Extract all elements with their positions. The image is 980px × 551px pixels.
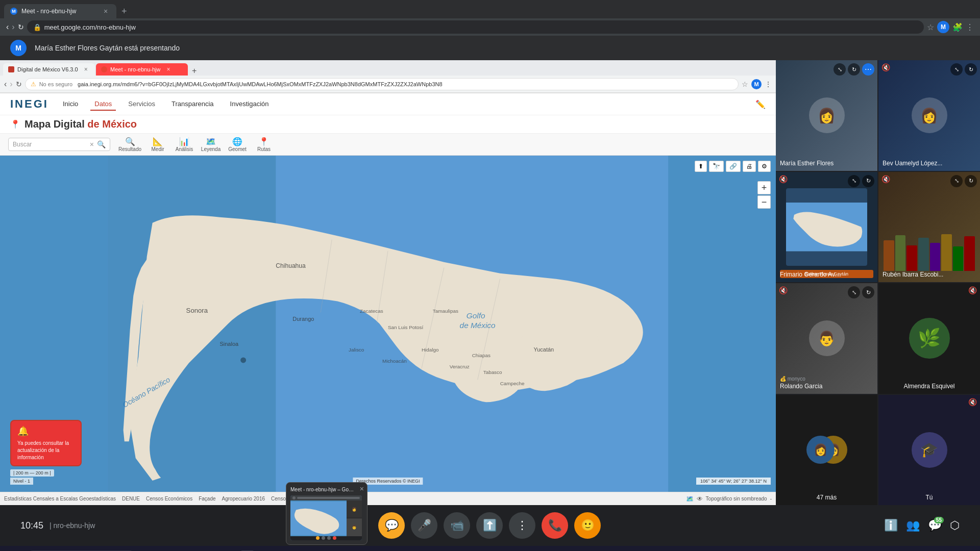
chat-btn[interactable]: 💬 — [378, 512, 405, 539]
map-toolbar: Buscar × 🔍 🔍 Resultado 📐 Medir 📊 — [0, 134, 776, 156]
svg-text:Sinaloa: Sinaloa — [220, 341, 239, 347]
map-tool-rutas[interactable]: 📍 Rutas — [254, 137, 274, 152]
tab-meet[interactable]: M Meet - nro-ebnu-hjw × — [4, 4, 116, 18]
map-icon-1[interactable]: ⬆ — [695, 161, 707, 172]
leyenda-icon: 🗺️ — [206, 137, 216, 146]
tile-expand-frimario[interactable]: ⤡ — [848, 175, 860, 187]
footer-item-2[interactable]: DENUE — [122, 496, 140, 502]
inner-back[interactable]: ‹ — [4, 80, 7, 89]
map-tool-resultado[interactable]: 🔍 Resultado — [118, 137, 141, 152]
info-btn[interactable]: ℹ️ — [884, 519, 898, 532]
tile-reload-maria[interactable]: ↻ — [848, 63, 860, 76]
nav-investigacion[interactable]: Investigación — [226, 98, 273, 111]
map-tool-leyenda[interactable]: 🗺️ Leyenda — [201, 137, 221, 152]
meet-tab-favicon — [101, 66, 107, 72]
footer-item-1[interactable]: Estadísticas Censales a Escalas Geoestad… — [4, 496, 116, 502]
map-title-main: Mapa Digital de México — [24, 118, 137, 130]
inner-bookmark[interactable]: ☆ — [742, 80, 748, 88]
tile-controls-bev: ⤡ ↻ — [950, 63, 977, 76]
map-icon-5[interactable]: ⚙ — [758, 161, 771, 172]
present-btn[interactable]: ⬆️ — [476, 512, 503, 539]
tile-expand-maria[interactable]: ⤡ — [834, 63, 846, 76]
zoom-in-btn[interactable]: + — [757, 181, 771, 194]
inegi-edit-icon[interactable]: ✏️ — [755, 99, 766, 109]
inner-reload[interactable]: ↻ — [16, 80, 22, 88]
inner-tab-inegi[interactable]: Digital de México V6.3.0 × — [3, 63, 95, 76]
map-tool-medir[interactable]: 📐 Medir — [148, 137, 168, 152]
nav-datos[interactable]: Datos — [90, 98, 116, 111]
map-icon-3[interactable]: 🔗 — [726, 161, 741, 172]
tile-more-maria[interactable]: ⋯ — [862, 63, 874, 76]
popup-bell: 🔔 — [17, 425, 75, 438]
tile-expand-ruben[interactable]: ⤡ — [950, 175, 963, 187]
tile-reload-rolando[interactable]: ↻ — [862, 286, 874, 298]
map-view[interactable]: Sonora Chihuahua Sinaloa Durango Zacatec… — [0, 156, 776, 492]
meet-tab-close[interactable]: × — [166, 66, 170, 73]
map-icon-4[interactable]: 🖨 — [743, 161, 756, 172]
inner-account[interactable]: M — [751, 79, 762, 89]
search-clear-btn[interactable]: × — [90, 140, 94, 148]
inner-address-bar[interactable]: ⚠ No es seguro gaia.inegi.org.mx/mdm6/?v… — [25, 78, 739, 90]
nav-inicio[interactable]: Inicio — [59, 98, 82, 111]
muted-icon-rolando: 🔇 — [779, 286, 788, 294]
chat-side-btn-wrapper: 💬 55 — [928, 519, 942, 532]
svg-text:Durango: Durango — [292, 316, 314, 322]
search-submit-btn[interactable]: 🔍 — [97, 140, 106, 148]
nav-transparencia[interactable]: Transparencia — [167, 98, 218, 111]
mic-btn[interactable]: 🎤 — [411, 512, 437, 539]
more-btn[interactable]: ⋮ — [509, 512, 535, 539]
tile-reload-ruben[interactable]: ↻ — [965, 175, 977, 187]
svg-text:Zacatecas: Zacatecas — [360, 308, 383, 314]
map-zoom-controls: + − — [757, 181, 771, 209]
meet-bottom-bar: 10:45 | nro-ebnu-hjw 💬 🎤 📹 ⬆️ ⋮ 📞 🙂 ℹ️ 👥… — [0, 505, 980, 546]
emoji-btn[interactable]: 🙂 — [574, 512, 601, 539]
tile-expand-rolando[interactable]: ⤡ — [848, 286, 860, 298]
reload-button[interactable]: ↻ — [18, 23, 24, 31]
zoom-out-btn[interactable]: − — [757, 195, 771, 209]
thumbnail-close-btn[interactable]: × — [360, 485, 364, 493]
inner-tab-meet[interactable]: Meet - nro-ebnu-hjw × — [96, 63, 188, 76]
meet-controls: 💬 🎤 📹 ⬆️ ⋮ 📞 🙂 — [378, 512, 601, 539]
participant-name-frimario: Frimario Gerardo Av... — [780, 271, 840, 278]
nav-servicios[interactable]: Servicios — [124, 98, 159, 111]
bookmark-button[interactable]: ☆ — [927, 22, 934, 32]
map-search-box[interactable]: Buscar × 🔍 — [8, 138, 110, 151]
map-icon-2[interactable]: 🔭 — [709, 161, 724, 172]
tile-expand-bev[interactable]: ⤡ — [950, 63, 963, 76]
meet-side-controls: ℹ️ 👥 💬 55 ⬡ — [884, 519, 960, 532]
tile-controls-frimario: ⤡ ↻ — [848, 175, 874, 187]
inegi-tab-close[interactable]: × — [84, 66, 88, 73]
menu-button[interactable]: ⋮ — [966, 22, 974, 32]
hangup-btn[interactable]: 📞 — [542, 512, 568, 539]
extensions-button[interactable]: 🧩 — [952, 22, 963, 32]
participant-tile-rolando: 👨 ⤡ ↻ 🔇 Rolando Garcia 💰 monyco — [776, 283, 877, 394]
tile-reload-bev[interactable]: ↻ — [965, 63, 977, 76]
map-tool-analisis[interactable]: 📊 Análisis — [174, 137, 194, 152]
inner-new-tab[interactable]: + — [189, 66, 200, 76]
presenter-avatar: M — [10, 40, 27, 56]
profile-button[interactable]: M — [937, 21, 949, 33]
thumbnail-preview[interactable]: 👩 👨 — [290, 495, 362, 540]
tile-reload-frimario[interactable]: ↻ — [862, 175, 874, 187]
new-tab-button[interactable]: + — [117, 4, 131, 18]
cam-btn[interactable]: 📹 — [444, 512, 470, 539]
tab-favicon-meet: M — [10, 8, 17, 15]
activities-btn[interactable]: ⬡ — [950, 519, 960, 532]
tab-label-meet: Meet - nro-ebnu-hjw — [21, 8, 97, 15]
inner-forward[interactable]: › — [10, 80, 12, 89]
footer-item-5[interactable]: Agropecuario 2016 — [222, 496, 265, 502]
map-tool-geomet[interactable]: 🌐 Geomet — [227, 137, 248, 152]
back-button[interactable]: ‹ — [6, 22, 9, 32]
people-btn[interactable]: 👥 — [906, 519, 920, 532]
footer-item-3[interactable]: Censos Económicos — [146, 496, 192, 502]
inner-options[interactable]: ⋮ — [765, 80, 772, 88]
tab-close-meet[interactable]: × — [101, 7, 110, 16]
muted-icon-frimario: 🔇 — [779, 175, 788, 183]
footer-item-7[interactable]: Topográfico sin sombreado — [706, 496, 767, 502]
svg-text:Hidalgo: Hidalgo — [422, 347, 439, 353]
participant-tile-ruben: ⤡ ↻ 🔇 Rubén Ibarra Escobi... — [878, 172, 980, 283]
resultado-label: Resultado — [118, 146, 141, 152]
address-bar[interactable]: 🔒 meet.google.com/nro-ebnu-hjw — [27, 20, 924, 34]
forward-button[interactable]: › — [12, 22, 14, 32]
footer-item-4[interactable]: Façade — [199, 496, 215, 502]
